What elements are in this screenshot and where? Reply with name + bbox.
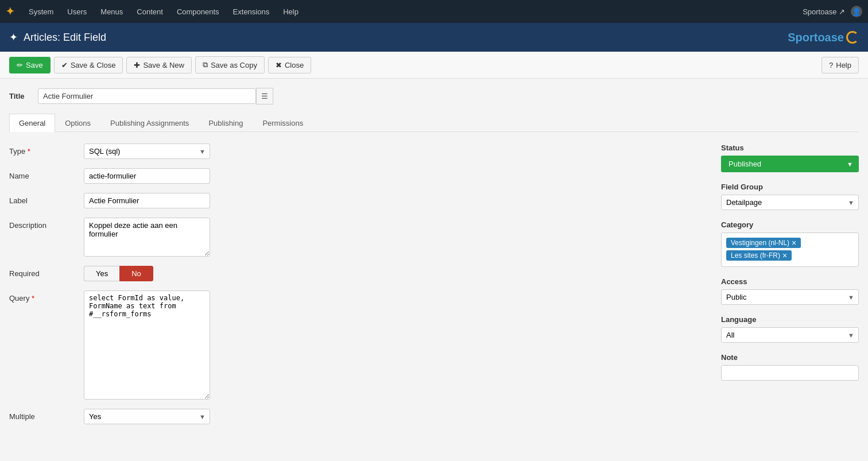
save-icon: ✏ (17, 61, 23, 69)
field-group-select-wrap: Detailpage ▼ (721, 195, 859, 210)
nav-right: Sportoase ↗ 👤 (803, 6, 862, 17)
close-icon: ✖ (276, 61, 282, 69)
tab-publishing[interactable]: Publishing (199, 114, 253, 132)
language-label: Language (721, 315, 859, 324)
save-button[interactable]: ✏ Save (9, 57, 51, 73)
category-label: Category (721, 220, 859, 229)
save-new-label: Save & New (143, 61, 184, 69)
name-label: Name (9, 168, 78, 180)
header-bar: ✦ Articles: Edit Field Sportoase (0, 23, 868, 52)
joomla-icon: ✦ (6, 5, 14, 18)
category-tag-vestigingen: Vestigingen (nl-NL) × (726, 238, 801, 248)
sportoase-logo: Sportoase (788, 31, 859, 44)
save-close-label: Save & Close (71, 61, 116, 69)
title-input-wrap: ☰ (38, 88, 273, 104)
form-body: Type SQL (sql) ▼ Name Label De (9, 144, 859, 433)
type-row: Type SQL (sql) ▼ (9, 144, 704, 159)
title-toggle-button[interactable]: ☰ (256, 88, 273, 104)
copy-icon: ⧉ (203, 60, 208, 69)
title-input[interactable] (38, 88, 256, 104)
required-no-button[interactable]: No (119, 266, 153, 281)
page-title: Articles: Edit Field (24, 32, 106, 44)
required-yes-button[interactable]: Yes (84, 266, 119, 281)
multiple-select[interactable]: Yes No (84, 409, 210, 424)
nav-items: System Users Menus Content Components Ex… (23, 5, 803, 18)
save-label: Save (26, 61, 43, 69)
save-copy-label: Save as Copy (211, 61, 257, 69)
access-label: Access (721, 277, 859, 286)
type-label: Type (9, 144, 78, 156)
query-textarea[interactable]: select FormId as value, FormName as text… (84, 290, 210, 400)
multiple-label: Multiple (9, 409, 78, 421)
note-section: Note (721, 353, 859, 381)
tabs: General Options Publishing Assignments P… (9, 114, 859, 132)
title-label: Title (9, 92, 32, 100)
category-tag-label2: Les sites (fr-FR) (731, 251, 780, 259)
form-left: Type SQL (sql) ▼ Name Label De (9, 144, 704, 433)
save-close-button[interactable]: ✔ Save & Close (54, 57, 123, 73)
close-label: Close (285, 61, 304, 69)
status-label: Status (721, 144, 859, 152)
nav-menus[interactable]: Menus (95, 5, 129, 18)
description-label: Description (9, 218, 78, 230)
category-box[interactable]: Vestigingen (nl-NL) × Les sites (fr-FR) … (721, 233, 859, 267)
tab-publishing-assignments[interactable]: Publishing Assignments (100, 114, 199, 132)
type-select[interactable]: SQL (sql) (84, 144, 210, 159)
category-remove-vestigingen[interactable]: × (792, 239, 796, 247)
user-icon[interactable]: 👤 (851, 6, 862, 17)
category-remove-les-sites[interactable]: × (782, 251, 787, 259)
check-icon: ✔ (61, 61, 68, 69)
tab-general[interactable]: General (9, 114, 55, 132)
puzzle-icon: ✦ (9, 31, 18, 44)
field-group-select[interactable]: Detailpage (721, 195, 859, 210)
nav-system[interactable]: System (23, 5, 59, 18)
logo-circle-icon (846, 31, 859, 44)
label-row: Label (9, 193, 704, 208)
label-label: Label (9, 193, 78, 205)
description-textarea[interactable]: Koppel deze actie aan een formulier (84, 218, 210, 257)
help-button[interactable]: ? Help (822, 57, 859, 73)
nav-content[interactable]: Content (131, 5, 169, 18)
nav-users[interactable]: Users (61, 5, 92, 18)
nav-extensions[interactable]: Extensions (227, 5, 276, 18)
nav-help[interactable]: Help (277, 5, 304, 18)
category-tag-label: Vestigingen (nl-NL) (731, 239, 789, 247)
query-label: Query (9, 290, 78, 303)
form-right: Status Published Unpublished Trashed ▼ F… (721, 144, 859, 433)
type-select-wrap: SQL (sql) ▼ (84, 144, 210, 159)
language-select[interactable]: All English Dutch (721, 327, 859, 343)
sportoase-external-link[interactable]: Sportoase ↗ (803, 7, 845, 16)
note-input[interactable] (721, 365, 859, 381)
help-label: Help (836, 61, 851, 69)
title-row: Title ☰ (9, 88, 859, 104)
description-row: Description Koppel deze actie aan een fo… (9, 218, 704, 257)
logo-text: Sportoase (788, 31, 844, 44)
save-copy-button[interactable]: ⧉ Save as Copy (195, 56, 265, 73)
multiple-select-wrap: Yes No ▼ (84, 409, 210, 424)
tab-options[interactable]: Options (55, 114, 100, 132)
status-select[interactable]: Published Unpublished Trashed (721, 156, 859, 172)
language-section: Language All English Dutch ▼ (721, 315, 859, 343)
query-row: Query select FormId as value, FormName a… (9, 290, 704, 400)
plus-icon: ✚ (134, 61, 140, 69)
main-content: Title ☰ General Options Publishing Assig… (0, 79, 868, 443)
page-title-area: ✦ Articles: Edit Field (9, 31, 106, 44)
question-icon: ? (829, 61, 833, 69)
tab-permissions[interactable]: Permissions (253, 114, 313, 132)
top-navigation: ✦ System Users Menus Content Components … (0, 0, 868, 23)
status-select-wrap: Published Unpublished Trashed ▼ (721, 156, 859, 172)
access-select[interactable]: Public Registered Special (721, 289, 859, 305)
name-row: Name (9, 168, 704, 184)
multiple-row: Multiple Yes No ▼ (9, 409, 704, 424)
field-group-label: Field Group (721, 183, 859, 191)
nav-components[interactable]: Components (171, 5, 225, 18)
save-new-button[interactable]: ✚ Save & New (126, 57, 192, 73)
access-section: Access Public Registered Special ▼ (721, 277, 859, 305)
required-toggle: Yes No (84, 266, 153, 281)
close-button[interactable]: ✖ Close (268, 57, 311, 73)
category-section: Category Vestigingen (nl-NL) × Les sites… (721, 220, 859, 267)
field-group-section: Field Group Detailpage ▼ (721, 183, 859, 210)
required-label: Required (9, 266, 78, 278)
label-input[interactable] (84, 193, 210, 208)
name-input[interactable] (84, 168, 210, 184)
